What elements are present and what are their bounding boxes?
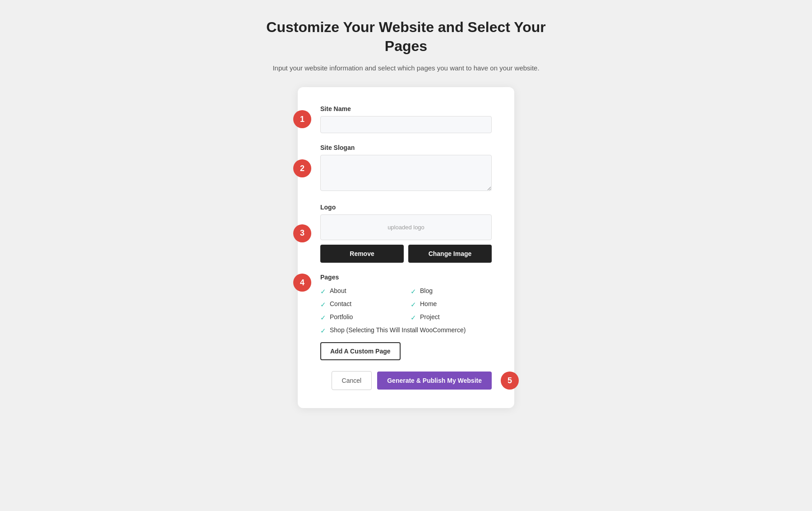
page-home-label: Home — [420, 300, 437, 307]
logo-section: 3 Logo uploaded logo Remove Change Image — [320, 204, 492, 263]
page-title: Customize Your Website and Select Your P… — [248, 18, 564, 56]
change-image-button[interactable]: Change Image — [408, 245, 492, 263]
step-2-badge: 2 — [293, 159, 311, 177]
site-slogan-input[interactable] — [320, 155, 492, 191]
remove-logo-button[interactable]: Remove — [320, 245, 404, 263]
check-about-icon: ✓ — [320, 288, 326, 296]
site-slogan-label: Site Slogan — [320, 144, 492, 151]
page-project-label: Project — [420, 313, 440, 321]
page-item-blog[interactable]: ✓ Blog — [411, 287, 492, 296]
page-item-shop[interactable]: ✓ Shop (Selecting This Will Install WooC… — [320, 326, 492, 335]
page-item-about[interactable]: ✓ About — [320, 287, 401, 296]
logo-label: Logo — [320, 204, 492, 211]
pages-label: Pages — [320, 274, 492, 281]
page-item-home[interactable]: ✓ Home — [411, 300, 492, 309]
check-shop-icon: ✓ — [320, 327, 326, 335]
page-contact-label: Contact — [330, 300, 351, 307]
logo-preview: uploaded logo — [320, 214, 492, 240]
page-subtitle: Input your website information and selec… — [248, 63, 564, 74]
publish-button[interactable]: Generate & Publish My Website — [377, 372, 492, 390]
cancel-button[interactable]: Cancel — [332, 371, 372, 390]
pages-section: 4 Pages ✓ About ✓ Blog ✓ Contact ✓ Home … — [320, 274, 492, 360]
site-slogan-section: 2 Site Slogan — [320, 144, 492, 193]
page-item-contact[interactable]: ✓ Contact — [320, 300, 401, 309]
page-item-project[interactable]: ✓ Project — [411, 313, 492, 322]
check-contact-icon: ✓ — [320, 301, 326, 309]
site-name-section: 1 Site Name — [320, 105, 492, 133]
check-project-icon: ✓ — [411, 314, 416, 322]
logo-buttons: Remove Change Image — [320, 245, 492, 263]
add-custom-page-button[interactable]: Add A Custom Page — [320, 342, 401, 360]
page-about-label: About — [330, 287, 346, 294]
page-blog-label: Blog — [420, 287, 433, 294]
page-item-portfolio[interactable]: ✓ Portfolio — [320, 313, 401, 322]
step-4-badge: 4 — [293, 274, 311, 292]
step-3-badge: 3 — [293, 224, 311, 242]
check-portfolio-icon: ✓ — [320, 314, 326, 322]
site-name-input[interactable] — [320, 116, 492, 133]
page-shop-label: Shop (Selecting This Will Install WooCom… — [330, 326, 466, 334]
check-blog-icon: ✓ — [411, 288, 416, 296]
step-5-badge: 5 — [501, 372, 519, 390]
step-1-badge: 1 — [293, 110, 311, 128]
page-portfolio-label: Portfolio — [330, 313, 353, 321]
check-home-icon: ✓ — [411, 301, 416, 309]
logo-preview-text: uploaded logo — [388, 224, 424, 231]
site-name-label: Site Name — [320, 105, 492, 112]
pages-grid: ✓ About ✓ Blog ✓ Contact ✓ Home ✓ Portfo… — [320, 287, 492, 335]
form-card: 1 Site Name 2 Site Slogan 3 Logo uploade… — [298, 87, 514, 408]
form-footer: Cancel Generate & Publish My Website 5 — [320, 371, 492, 390]
